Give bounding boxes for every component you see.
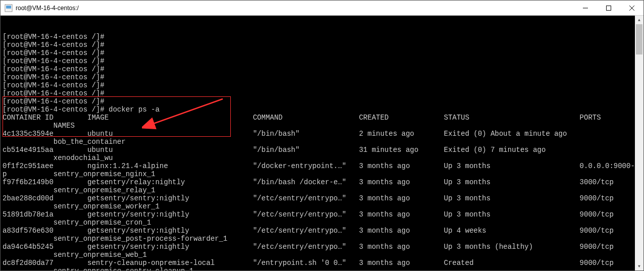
close-button[interactable] xyxy=(620,1,643,16)
terminal-line: xenodochial_wu xyxy=(3,154,641,162)
terminal-line: p sentry_onpremise_nginx_1 xyxy=(3,170,641,178)
terminal-output: [root@VM-16-4-centos /]#[root@VM-16-4-ce… xyxy=(3,33,641,270)
scroll-track[interactable] xyxy=(635,24,643,262)
svg-rect-4 xyxy=(607,6,611,10)
app-icon xyxy=(5,4,13,12)
terminal-line: CONTAINER ID IMAGE COMMAND CREATED STATU… xyxy=(3,114,641,122)
window-frame: root@VM-16-4-centos:/ [root@VM-16-4-cent… xyxy=(0,0,644,271)
terminal-line: [root@VM-16-4-centos /]# xyxy=(3,57,641,65)
terminal-line: sentry_onpremise_cron_1 xyxy=(3,219,641,227)
terminal-line: 0f1f2c951aee nginx:1.21.4-alpine "/docke… xyxy=(3,162,641,170)
terminal-line: dc8f2d80da77 sentry-cleanup-onpremise-lo… xyxy=(3,259,641,267)
terminal-line: 4c1335c3594e ubuntu "/bin/bash" 2 minute… xyxy=(3,130,641,138)
terminal-line: [root@VM-16-4-centos /]# docker ps -a xyxy=(3,105,641,114)
terminal-line: [root@VM-16-4-centos /]# xyxy=(3,89,641,97)
svg-rect-2 xyxy=(6,9,11,11)
terminal-line: cb514e4915aa ubuntu "/bin/bash" 31 minut… xyxy=(3,146,641,154)
terminal-line: [root@VM-16-4-centos /]# xyxy=(3,73,641,81)
terminal-line: f97f6b2149b0 getsentry/relay:nightly "/b… xyxy=(3,178,641,186)
terminal-area[interactable]: [root@VM-16-4-centos /]#[root@VM-16-4-ce… xyxy=(1,16,643,270)
terminal-line: sentry_onpremise_worker_1 xyxy=(3,202,641,210)
terminal-line: [root@VM-16-4-centos /]# xyxy=(3,97,641,105)
window-controls xyxy=(574,1,643,16)
minimize-button[interactable] xyxy=(574,1,597,16)
terminal-line: sentry_onpremise_web_1 xyxy=(3,251,641,259)
terminal-line: [root@VM-16-4-centos /]# xyxy=(3,41,641,49)
maximize-button[interactable] xyxy=(597,1,620,16)
terminal-line: sentry_onpremise_sentry-cleanup_1 xyxy=(3,267,641,270)
terminal-line: bob_the_container xyxy=(3,138,641,146)
terminal-line: da94c64b5245 getsentry/sentry:nightly "/… xyxy=(3,243,641,251)
terminal-line: [root@VM-16-4-centos /]# xyxy=(3,81,641,89)
scroll-down-button[interactable]: ▼ xyxy=(635,262,643,270)
terminal-line: [root@VM-16-4-centos /]# xyxy=(3,65,641,73)
svg-rect-1 xyxy=(6,6,11,9)
terminal-line: 2bae288cd00d getsentry/sentry:nightly "/… xyxy=(3,194,641,202)
titlebar[interactable]: root@VM-16-4-centos:/ xyxy=(1,1,643,16)
terminal-line: [root@VM-16-4-centos /]# xyxy=(3,33,641,41)
terminal-line: NAMES xyxy=(3,122,641,130)
scrollbar[interactable]: ▲ ▼ xyxy=(635,16,643,270)
terminal-line: [root@VM-16-4-centos /]# xyxy=(3,49,641,57)
scroll-thumb[interactable] xyxy=(636,24,642,55)
terminal-line: a83df576e630 getsentry/sentry:nightly "/… xyxy=(3,227,641,235)
scroll-up-button[interactable]: ▲ xyxy=(635,16,643,24)
terminal-line: sentry_onpremise_relay_1 xyxy=(3,186,641,194)
terminal-line: 51891db78e1a getsentry/sentry:nightly "/… xyxy=(3,210,641,219)
terminal-line: sentry_onpremise_post-process-forwarder_… xyxy=(3,235,641,243)
window-title: root@VM-16-4-centos:/ xyxy=(16,5,574,12)
